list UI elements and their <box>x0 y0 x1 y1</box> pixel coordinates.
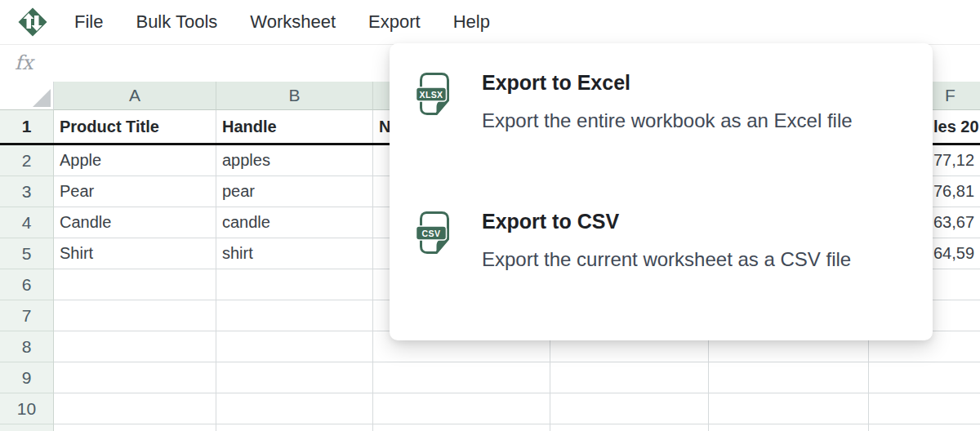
row-header-6[interactable]: 6 <box>0 269 54 300</box>
xlsx-badge-label: XLSX <box>419 90 443 100</box>
cell-E10[interactable] <box>709 393 869 424</box>
csv-file-icon: CSV <box>415 211 451 256</box>
row-header-1[interactable]: 1 <box>0 110 54 143</box>
cell-A6[interactable] <box>54 269 216 300</box>
row-header-partial[interactable] <box>0 424 54 431</box>
row-header-8[interactable]: 8 <box>0 331 54 362</box>
row-header-5[interactable]: 5 <box>0 238 54 269</box>
cell-F9[interactable] <box>869 362 980 393</box>
cell-A1[interactable]: Product Title <box>54 110 216 143</box>
cell-B5[interactable]: shirt <box>216 238 373 269</box>
export-excel-title: Export to Excel <box>482 70 894 95</box>
menu-worksheet[interactable]: Worksheet <box>250 0 336 44</box>
fx-icon: fx <box>15 51 33 74</box>
row-header-3[interactable]: 3 <box>0 176 54 207</box>
cell-B1[interactable]: Handle <box>216 110 373 143</box>
row-header-9[interactable]: 9 <box>0 362 54 393</box>
column-header-b[interactable]: B <box>216 82 373 110</box>
cell-B3[interactable]: pear <box>216 176 373 207</box>
export-dropdown-menu: XLSX Export to Excel Export the entire w… <box>390 43 933 340</box>
cell-B10[interactable] <box>216 393 373 424</box>
cell-B9[interactable] <box>216 362 373 393</box>
cell-B8[interactable] <box>216 331 373 362</box>
cell-Ex[interactable] <box>709 424 869 431</box>
cell-Fx[interactable] <box>869 424 980 431</box>
cell-B6[interactable] <box>216 269 373 300</box>
menu-bulk-tools[interactable]: Bulk Tools <box>136 0 217 44</box>
cell-C9[interactable] <box>373 362 550 393</box>
csv-badge-label: CSV <box>422 229 441 238</box>
cell-A3[interactable]: Pear <box>54 176 216 207</box>
export-excel-description: Export the entire workbook as an Excel f… <box>482 105 894 136</box>
cell-A5[interactable]: Shirt <box>54 238 216 269</box>
row-header-4[interactable]: 4 <box>0 207 54 238</box>
cell-A4[interactable]: Candle <box>54 207 216 238</box>
cell-D9[interactable] <box>550 362 709 393</box>
cell-E9[interactable] <box>709 362 869 393</box>
cell-A10[interactable] <box>54 393 216 424</box>
menu-file[interactable]: File <box>74 0 103 44</box>
cell-F10[interactable] <box>869 393 980 424</box>
menu-help[interactable]: Help <box>453 0 490 44</box>
grid-row-partial <box>0 424 980 431</box>
row-header-2[interactable]: 2 <box>0 145 54 176</box>
grid-row-9: 9 <box>0 362 980 393</box>
cell-Ax[interactable] <box>54 424 216 431</box>
export-to-excel-option[interactable]: XLSX Export to Excel Export the entire w… <box>415 70 894 136</box>
cell-B7[interactable] <box>216 300 373 331</box>
cell-Bx[interactable] <box>216 424 373 431</box>
export-to-csv-option[interactable]: CSV Export to CSV Export the current wor… <box>415 209 894 274</box>
corner-triangle-icon <box>33 89 51 107</box>
app-logo-icon[interactable] <box>17 7 48 38</box>
grid-row-10: 10 <box>0 393 980 424</box>
column-header-a[interactable]: A <box>54 82 216 110</box>
cell-B4[interactable]: candle <box>216 207 373 238</box>
menu-export[interactable]: Export <box>368 0 421 44</box>
menubar: File Bulk Tools Worksheet Export Help <box>0 0 980 45</box>
cell-C10[interactable] <box>373 393 550 424</box>
cell-D10[interactable] <box>550 393 709 424</box>
export-csv-title: Export to CSV <box>482 209 894 233</box>
export-csv-description: Export the current worksheet as a CSV fi… <box>482 244 894 274</box>
row-header-10[interactable]: 10 <box>0 393 54 424</box>
cell-A7[interactable] <box>54 300 216 331</box>
cell-Cx[interactable] <box>373 424 550 431</box>
cell-A8[interactable] <box>54 331 216 362</box>
row-header-7[interactable]: 7 <box>0 300 54 331</box>
cell-A2[interactable]: Apple <box>54 145 216 176</box>
xlsx-file-icon: XLSX <box>415 72 451 118</box>
select-all-corner[interactable] <box>0 82 54 110</box>
cell-A9[interactable] <box>54 362 216 393</box>
cell-Dx[interactable] <box>550 424 709 431</box>
cell-B2[interactable]: apples <box>216 145 373 176</box>
